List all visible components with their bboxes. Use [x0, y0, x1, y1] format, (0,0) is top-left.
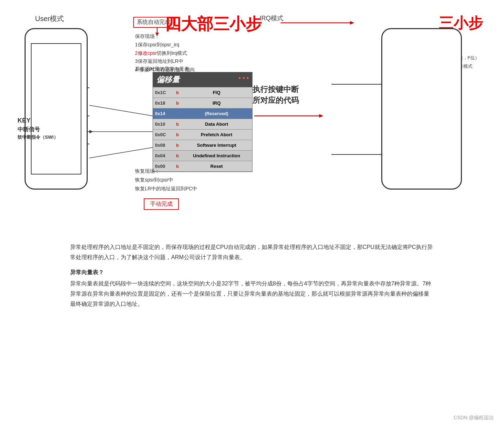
exc-row-data-abort: 0x10 b Data Abort: [153, 119, 252, 130]
svg-marker-13: [350, 21, 354, 25]
exception-table: 偏移量 • • • 0x1C b FIQ 0x18 b IRQ 0x14 (Re…: [153, 72, 253, 172]
svg-marker-1: [89, 130, 93, 133]
restore-steps-list: 恢复现场： 恢复spsr到cpsr中 恢复LR中的地址返回到PC中: [135, 167, 197, 193]
exc-table-title-label: 异常源对应的异常向量表: [135, 66, 189, 72]
phone-left: [25, 28, 88, 190]
diagram-area: 系统自动完成 四大部三小步 IRQ模式 三小步 User模式 保存现场： 1保存…: [14, 7, 490, 225]
svg-marker-9: [319, 114, 323, 118]
exc-row-undefined: 0x04 b Undefined Instruction: [153, 151, 252, 161]
exc-row-fiq: 0x1C b FIQ: [153, 87, 252, 98]
key-label: KEY 中断信号 软中断指令（SWI）: [18, 116, 58, 141]
text-area: 异常处理程序的入口地址是不固定的，而保存现场的过程是CPU自动完成的，如果异常处…: [14, 239, 490, 318]
paragraph-2-body: 异常向量表就是代码段中一块连续的空间，这块空间的大小是32字节，被平均分成8份，…: [70, 279, 434, 309]
big-title: 四大部三小步: [165, 13, 262, 35]
exc-row-prefetch-abort: 0x0C b Prefetch Abort: [153, 130, 252, 140]
exc-row-reserved: 0x14 (Reserved): [153, 108, 252, 119]
main-container: 系统自动完成 四大部三小步 IRQ模式 三小步 User模式 保存现场： 1保存…: [0, 0, 504, 325]
svg-line-7: [89, 147, 153, 158]
user-mode-label: User模式: [35, 14, 64, 24]
exec-code-label: 执行按键中断所对应的代码: [253, 84, 299, 106]
paragraph-1: 异常处理程序的入口地址是不固定的，而保存现场的过程是CPU自动完成的，如果异常处…: [70, 242, 434, 263]
watermark: CSDN @编程远泊: [453, 415, 493, 421]
exc-row-swi: 0x08 b Software Interrupt: [153, 140, 252, 151]
paragraph-2-title: 异常向量表？: [70, 268, 434, 278]
exc-table-header: 偏移量 • • •: [153, 72, 252, 87]
manual-complete-box: 手动完成: [144, 198, 179, 210]
svg-line-5: [89, 105, 153, 116]
exc-row-irq: 0x18 b IRQ: [153, 98, 252, 108]
irq-mode-label: IRQ模式: [260, 14, 283, 22]
phone-right: [381, 28, 462, 190]
